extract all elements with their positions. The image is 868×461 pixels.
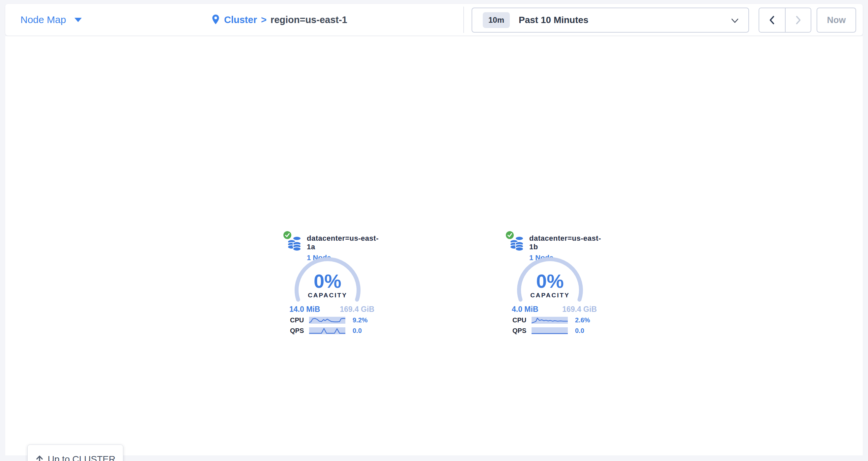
capacity-total: 169.4 GiB	[562, 305, 597, 314]
qps-stat-row: QPS 0.0	[290, 327, 378, 334]
cpu-label: CPU	[290, 317, 309, 324]
cpu-sparkline	[531, 317, 568, 324]
capacity-used: 4.0 MiB	[512, 305, 538, 314]
capacity-gauge: 0% CAPACITY	[516, 256, 585, 325]
breadcrumb-separator: >	[261, 14, 267, 25]
arrow-up-icon	[35, 455, 44, 461]
step-forward-button[interactable]	[785, 8, 811, 32]
datacenter-icon-group	[505, 230, 526, 254]
capacity-gauge: 0% CAPACITY	[293, 256, 362, 325]
capacity-used: 14.0 MiB	[289, 305, 320, 314]
view-selector-dropdown[interactable]: Node Map	[21, 4, 82, 36]
top-toolbar: Node Map Cluster > region=us-east-1 10m …	[5, 4, 863, 36]
qps-label: QPS	[290, 327, 309, 335]
capacity-total: 169.4 GiB	[340, 305, 374, 314]
capacity-values: 4.0 MiB 169.4 GiB	[512, 305, 597, 314]
qps-sparkline	[309, 327, 345, 334]
datacenter-title: datacenter=us-east-1b	[529, 234, 603, 251]
up-to-cluster-label: Up to CLUSTER	[48, 454, 115, 461]
capacity-label: CAPACITY	[516, 292, 585, 299]
chevron-left-icon	[768, 15, 776, 25]
datacenter-card-us-east-1a[interactable]: datacenter=us-east-1a 1 Node 0% CAPACITY…	[282, 229, 381, 339]
datacenter-card-us-east-1b[interactable]: datacenter=us-east-1b 1 Node 0% CAPACITY…	[504, 229, 603, 339]
breadcrumb: Cluster > region=us-east-1	[211, 4, 347, 36]
capacity-values: 14.0 MiB 169.4 GiB	[289, 305, 374, 314]
view-selector-label: Node Map	[21, 14, 66, 25]
qps-stat-row: QPS 0.0	[513, 327, 600, 334]
caret-down-icon	[74, 18, 82, 22]
breadcrumb-cluster-link[interactable]: Cluster	[224, 14, 257, 25]
breadcrumb-current: region=us-east-1	[271, 14, 347, 25]
cpu-value: 2.6%	[575, 317, 590, 324]
cpu-stat-row: CPU 2.6%	[513, 317, 600, 324]
datacenter-title: datacenter=us-east-1a	[307, 234, 381, 251]
cpu-label: CPU	[513, 317, 531, 324]
status-ok-icon	[505, 230, 515, 240]
now-button[interactable]: Now	[816, 7, 856, 33]
capacity-percent: 0%	[516, 270, 585, 292]
time-window-badge: 10m	[483, 12, 510, 28]
time-window-label: Past 10 Minutes	[519, 15, 589, 25]
cpu-sparkline	[309, 317, 345, 324]
qps-value: 0.0	[575, 327, 584, 335]
datacenter-icon-group	[283, 230, 303, 254]
chevron-down-icon	[731, 17, 739, 25]
qps-sparkline	[531, 327, 568, 334]
cpu-value: 9.2%	[352, 317, 368, 324]
status-ok-icon	[283, 230, 292, 240]
time-step-buttons	[758, 7, 811, 33]
capacity-percent: 0%	[293, 270, 362, 292]
qps-value: 0.0	[352, 327, 362, 335]
up-to-cluster-button[interactable]: Up to CLUSTER	[27, 444, 123, 461]
qps-label: QPS	[513, 327, 531, 335]
step-back-button[interactable]	[759, 8, 785, 32]
capacity-label: CAPACITY	[293, 292, 362, 299]
time-window-dropdown[interactable]: 10m Past 10 Minutes	[471, 7, 749, 33]
location-pin-icon	[211, 14, 220, 25]
cpu-stat-row: CPU 9.2%	[290, 317, 378, 324]
chevron-right-icon	[794, 15, 802, 25]
node-map-canvas: datacenter=us-east-1a 1 Node 0% CAPACITY…	[5, 36, 863, 455]
header-divider	[463, 7, 464, 33]
